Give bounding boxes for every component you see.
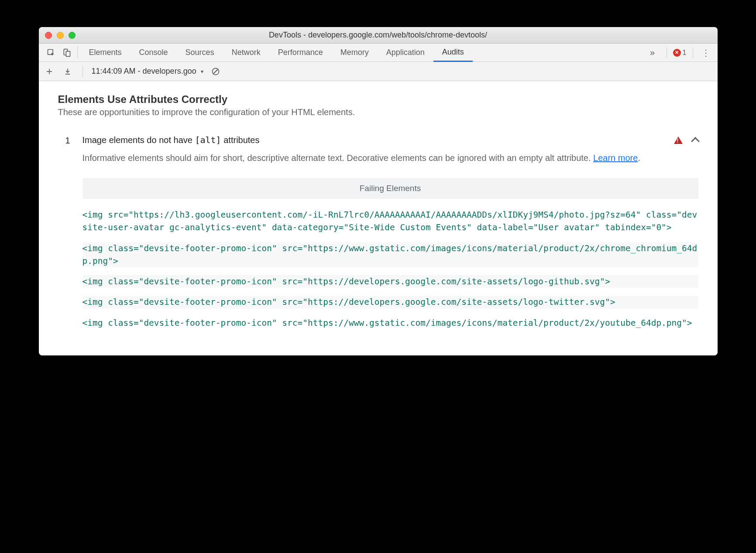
failing-element-code: <img class="devsite-footer-promo-icon" s… [82,242,698,268]
svg-rect-2 [66,51,70,56]
device-toolbar-icon[interactable] [59,44,75,61]
error-icon [673,49,681,57]
kebab-menu-icon[interactable]: ⋮ [699,48,712,58]
failing-element-code: <img class="devsite-footer-promo-icon" s… [82,275,698,288]
audit-desc-post: . [638,153,640,163]
devtools-tabbar: Elements Console Sources Network Perform… [39,44,718,62]
tab-console[interactable]: Console [131,44,177,61]
tab-memory[interactable]: Memory [332,44,378,61]
tab-elements[interactable]: Elements [80,44,131,61]
close-window-button[interactable] [45,32,52,39]
learn-more-link[interactable]: Learn more [593,153,638,163]
warning-icon [674,137,683,144]
zoom-window-button[interactable] [69,32,76,39]
audit-report-selector[interactable]: 11:44:09 AM - developers.goo [92,67,203,76]
failing-element-code: <img class="devsite-footer-promo-icon" s… [82,296,698,308]
titlebar: DevTools - developers.google.com/web/too… [39,27,718,44]
section-title: Elements Use Attributes Correctly [58,93,698,106]
failing-elements-header: Failing Elements [82,178,698,199]
separator [82,66,83,77]
devtools-window: DevTools - developers.google.com/web/too… [39,27,718,355]
audit-content: Elements Use Attributes Correctly These … [39,81,718,355]
download-report-button[interactable] [62,65,74,78]
audit-index: 1 [58,135,70,329]
inspect-element-icon[interactable] [43,44,59,61]
audit-item: 1 Image elements do not have [alt] attri… [58,135,698,329]
new-audit-button[interactable] [43,65,55,78]
audit-title-pre: Image elements do not have [82,135,195,145]
failing-element-code: <img src="https://lh3.googleusercontent.… [82,208,698,234]
minimize-window-button[interactable] [57,32,64,39]
chevron-up-icon[interactable] [691,137,700,146]
audit-desc-text: Informative elements should aim for shor… [82,153,594,163]
tab-network[interactable]: Network [223,44,269,61]
audit-title: Image elements do not have [alt] attribu… [82,135,674,145]
audit-title-post: attributes [221,135,260,145]
clear-all-button[interactable] [210,65,222,78]
separator [667,47,667,58]
panel-tabs: Elements Console Sources Network Perform… [80,44,645,61]
audits-toolbar: 11:44:09 AM - developers.goo [39,62,718,81]
tab-sources[interactable]: Sources [177,44,223,61]
tab-performance[interactable]: Performance [269,44,332,61]
error-count-badge[interactable]: 1 [673,49,687,57]
failing-element-code: <img class="devsite-footer-promo-icon" s… [82,317,698,329]
audit-report-label: 11:44:09 AM - developers.goo [92,67,196,76]
tab-audits[interactable]: Audits [433,44,473,62]
audit-title-code: [alt] [195,135,221,145]
tab-application[interactable]: Application [378,44,433,61]
separator [77,46,78,59]
audit-header[interactable]: Image elements do not have [alt] attribu… [82,135,698,145]
traffic-lights [45,32,76,39]
window-title: DevTools - developers.google.com/web/too… [44,31,712,40]
error-count: 1 [683,49,687,57]
audit-description: Informative elements should aim for shor… [82,151,698,165]
overflow-tabs-icon[interactable]: » [645,48,660,58]
section-subtitle: These are opportunities to improve the c… [58,107,698,117]
separator [693,47,693,58]
